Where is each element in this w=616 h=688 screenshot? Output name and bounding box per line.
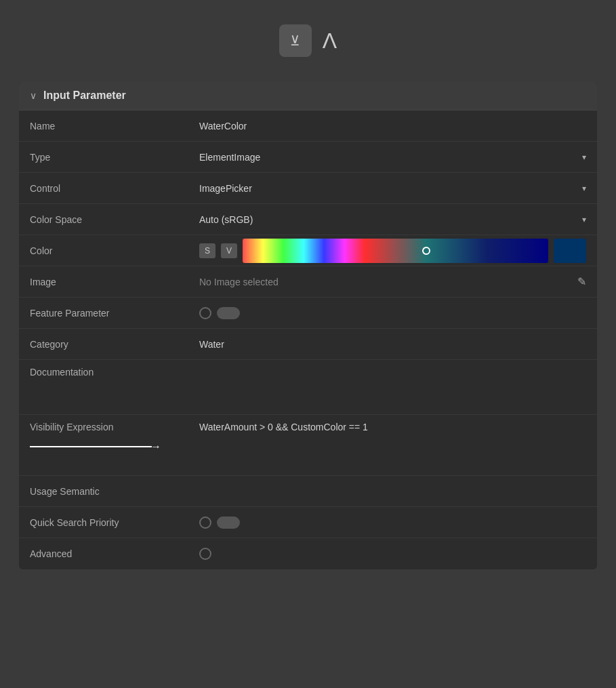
name-row: Name WaterColor [19, 110, 597, 142]
app-icon: ⊻ [279, 24, 312, 57]
type-label: Type [30, 152, 199, 163]
control-label: Control [30, 183, 199, 194]
panel-title: Input Parameter [43, 89, 126, 102]
color-s-button[interactable]: S [199, 243, 215, 258]
color-space-row: Color Space Auto (sRGB) ▾ [19, 204, 597, 235]
control-value: ImagePicker [199, 183, 252, 194]
quick-search-circle[interactable] [199, 517, 211, 529]
documentation-label: Documentation [30, 367, 199, 378]
input-parameter-panel: ∨ Input Parameter Name WaterColor Type E… [19, 81, 597, 569]
feature-param-toggle [199, 307, 240, 319]
visibility-label-area: Visibility Expression → [30, 422, 199, 453]
no-image-text: No Image selected [199, 277, 279, 287]
type-chevron-icon: ▾ [582, 153, 586, 162]
image-value-area: No Image selected ✎ [199, 275, 586, 288]
color-label: Color [30, 245, 199, 256]
category-label: Category [30, 339, 199, 350]
color-controls: S V [199, 239, 586, 263]
color-swatch[interactable] [554, 239, 586, 263]
category-value[interactable]: Water [199, 339, 586, 350]
control-row: Control ImagePicker ▾ [19, 173, 597, 204]
category-row: Category Water [19, 329, 597, 360]
name-value[interactable]: WaterColor [199, 121, 586, 131]
collapse-chevron-icon[interactable]: ∨ [30, 90, 37, 101]
type-select[interactable]: ElementImage ▾ [199, 152, 586, 163]
usage-semantic-row: Usage Semantic [19, 476, 597, 507]
color-v-button[interactable]: V [221, 243, 237, 258]
icon-symbol: ⊻ [290, 33, 300, 49]
color-picker-handle[interactable] [422, 247, 430, 255]
arrow-head-icon: → [150, 441, 161, 453]
image-label: Image [30, 277, 199, 287]
feature-param-label: Feature Parameter [30, 308, 199, 319]
arrow-line-bar [30, 446, 152, 447]
quick-search-toggle [199, 517, 240, 529]
color-gradient[interactable] [243, 239, 548, 263]
control-chevron-icon: ▾ [582, 184, 586, 193]
color-row: Color S V [19, 235, 597, 266]
panel-header[interactable]: ∨ Input Parameter [19, 81, 597, 110]
control-select[interactable]: ImagePicker ▾ [199, 183, 586, 194]
name-label: Name [30, 121, 199, 131]
color-space-label: Color Space [30, 214, 199, 225]
bottom-space [0, 569, 616, 610]
color-space-select[interactable]: Auto (sRGB) ▾ [199, 214, 586, 225]
advanced-circle[interactable] [199, 548, 211, 560]
visibility-expression-value[interactable]: WaterAmount > 0 && CustomColor == 1 [199, 422, 586, 432]
edit-icon[interactable]: ✎ [577, 275, 586, 288]
feature-param-switch[interactable] [217, 307, 240, 319]
quick-search-row: Quick Search Priority [19, 507, 597, 538]
top-bar: ⊻ Λ [0, 0, 616, 81]
quick-search-label: Quick Search Priority [30, 517, 199, 528]
arrow-line: → [30, 441, 199, 453]
feature-param-circle[interactable] [199, 307, 211, 319]
documentation-value[interactable] [199, 367, 586, 407]
color-space-chevron-icon: ▾ [582, 215, 586, 224]
feature-param-row: Feature Parameter [19, 298, 597, 329]
type-value: ElementImage [199, 152, 260, 163]
advanced-toggle [199, 548, 211, 560]
visibility-expression-label: Visibility Expression [30, 422, 199, 432]
visibility-value-area: WaterAmount > 0 && CustomColor == 1 [199, 422, 586, 432]
image-row: Image No Image selected ✎ [19, 266, 597, 298]
type-row: Type ElementImage ▾ [19, 142, 597, 173]
usage-semantic-label: Usage Semantic [30, 486, 199, 497]
visibility-expression-row: Visibility Expression → WaterAmount > 0 … [19, 415, 597, 476]
color-space-value: Auto (sRGB) [199, 214, 253, 225]
lambda-icon: Λ [323, 28, 337, 54]
advanced-label: Advanced [30, 548, 199, 559]
advanced-row: Advanced [19, 538, 597, 569]
quick-search-switch[interactable] [217, 517, 240, 529]
documentation-row: Documentation [19, 360, 597, 415]
color-gradient-overlay [243, 239, 548, 263]
